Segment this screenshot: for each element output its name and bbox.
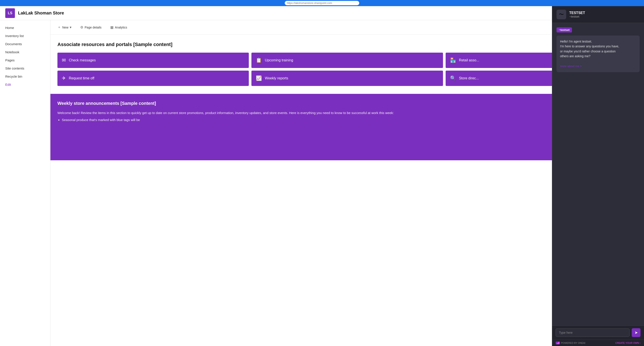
chat-input[interactable] <box>556 328 630 337</box>
announcements-title: Weekly store announcements [Sample conte… <box>58 101 637 106</box>
card-request-time-off-label: Request time off <box>69 76 94 80</box>
sidebar-item-documents[interactable]: Documents <box>0 40 50 48</box>
sidebar: Home Inventory list Documents Notebook P… <box>0 20 50 346</box>
card-check-messages[interactable]: ✉ Check messages <box>58 52 249 68</box>
sidebar-item-inventory-list[interactable]: Inventory list <box>0 32 50 40</box>
app-container: LS LakLak Shoman Store Home Inventory li… <box>0 6 644 346</box>
card-weekly-reports[interactable]: 📈 Weekly reports <box>252 70 443 86</box>
messages-icon: ✉ <box>62 58 66 63</box>
powered-text: POWERED BY ONEAI <box>561 342 586 344</box>
sidebar-item-recycle-bin[interactable]: Recycle bin <box>0 72 50 80</box>
site-header: LS LakLak Shoman Store <box>0 6 644 20</box>
url-bar[interactable] <box>285 1 359 5</box>
oneai-logo <box>556 342 560 344</box>
sidebar-item-home[interactable]: Home <box>0 24 50 32</box>
below-header: Home Inventory list Documents Notebook P… <box>0 20 644 346</box>
announcements-text: Welcome back! Review the items in this s… <box>58 110 562 153</box>
plus-icon: ＋ <box>58 25 61 30</box>
chat-input-area: ➤ <box>552 326 644 340</box>
retail-icon: 🏪 <box>450 58 456 63</box>
new-button[interactable]: ＋ New ▾ <box>56 24 73 31</box>
new-label: New <box>62 26 68 29</box>
chat-send-button[interactable]: ➤ <box>632 328 640 337</box>
sidebar-item-site-contents[interactable]: Site contents <box>0 64 50 72</box>
browser-bar <box>0 0 644 6</box>
chat-greeting: Hello! I'm agent testset.I'm here to ans… <box>560 39 636 59</box>
announcement-bullet: Seasonal produce that's marked with blue… <box>62 117 562 122</box>
timeoff-icon: ✈ <box>62 76 66 81</box>
card-upcoming-training[interactable]: 📋 Upcoming training <box>252 52 443 68</box>
analytics-icon: ▦ <box>110 25 114 30</box>
gear-icon: ⚙ <box>80 25 83 30</box>
more-about-link[interactable]: more about me > <box>560 64 582 68</box>
chevron-down-icon: ▾ <box>70 25 72 30</box>
card-store-directory-label: Store direc... <box>459 76 479 80</box>
chat-bubble: Hello! I'm agent testset.I'm here to ans… <box>556 36 640 72</box>
card-request-time-off[interactable]: ✈ Request time off <box>58 70 249 86</box>
site-logo: LS <box>5 8 15 18</box>
chat-footer: POWERED BY ONEAI CREATE YOUR OWN › <box>552 340 644 346</box>
analytics-button[interactable]: ▦ Analytics <box>108 24 129 31</box>
announcements-body: Welcome back! Review the items in this s… <box>58 110 637 153</box>
training-icon: 📋 <box>256 58 262 63</box>
card-retail-asso-label: Retail asso... <box>459 58 479 62</box>
sidebar-item-edit[interactable]: Edit <box>0 80 50 88</box>
card-upcoming-training-label: Upcoming training <box>265 58 293 62</box>
powered-by: POWERED BY ONEAI <box>556 342 586 344</box>
card-check-messages-label: Check messages <box>69 58 96 62</box>
chat-body: ~testset Hello! I'm agent testset.I'm he… <box>552 23 644 326</box>
resources-section-title: Associate resources and portals [Sample … <box>58 42 637 47</box>
sidebar-item-pages[interactable]: Pages <box>0 56 50 64</box>
announcements-body-text: Welcome back! Review the items in this s… <box>58 110 562 116</box>
directory-icon: 🔍 <box>450 76 456 81</box>
send-icon: ➤ <box>634 330 638 335</box>
site-title: LakLak Shoman Store <box>18 10 64 16</box>
card-weekly-reports-label: Weekly reports <box>265 76 288 80</box>
cards-grid: ✉ Check messages 📋 Upcoming training 🏪 R… <box>58 52 637 86</box>
reports-icon: 📈 <box>256 76 262 81</box>
analytics-label: Analytics <box>115 26 127 29</box>
chat-panel: 〜 TESTSET ~testset ~testset Hello! I'm a… <box>552 20 644 346</box>
chat-tag: ~testset <box>556 28 572 32</box>
page-details-label: Page details <box>84 26 102 29</box>
page-details-button[interactable]: ⚙ Page details <box>78 24 103 31</box>
chat-header: 〜 TESTSET ~testset <box>552 20 644 23</box>
sidebar-item-notebook[interactable]: Notebook <box>0 48 50 56</box>
create-own-link[interactable]: CREATE YOUR OWN › <box>615 342 640 344</box>
